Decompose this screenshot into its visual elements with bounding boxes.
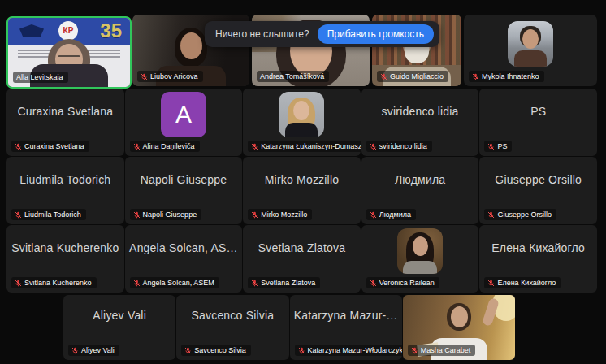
display-name: Svitlana Kucherenko [6,241,124,254]
participant-tile-alla-levitskaia[interactable]: КР 35 Alla Levitskaia [6,16,132,89]
name-label: Елена Кихайогло [484,277,561,288]
muted-mic-icon [298,347,305,354]
glasses [58,55,80,62]
display-name: Svetlana Zlatova [243,241,361,254]
letter-avatar: A [161,92,206,137]
participant-tile-mykola-ihnatenko[interactable]: Mykola Ihnatenko [464,15,597,86]
participant-tile-sviridenco-lidia[interactable]: sviridenco lidia sviridenco lidia [361,89,479,156]
name-label: PS [484,141,512,152]
name-label: Andrea Tomášíková [257,71,329,82]
display-name: sviridenco lidia [361,105,479,118]
participant-tile-masha-carabet[interactable]: Masha Carabet [403,295,515,360]
muted-mic-icon [487,211,495,219]
graduation-cap-icon [19,24,44,37]
muted-mic-icon [15,211,22,219]
name-label: Aliyev Vali [68,344,119,356]
participant-tile-veronica-railean[interactable]: Veronica Railean [361,225,479,292]
participant-tile-alina-danilevica[interactable]: A Alina Daņileviča [125,89,243,156]
muted-mic-icon [370,211,377,219]
muted-mic-icon [487,280,495,287]
display-name: PS [479,105,597,118]
participant-tile-katarzyna-lukaniszyn[interactable]: Katarzyna Łukaniszyn-Domasz… [243,89,361,156]
name-label: Masha Carabet [408,344,476,356]
audio-notification: Ничего не слышите? Прибавить громкость [205,21,439,47]
profile-photo-avatar [397,228,443,274]
muted-mic-icon [141,73,148,80]
participant-tile-angela-solcan[interactable]: Angela Solcan, AS… Angela Solcan, ASEM [125,225,243,292]
muted-mic-icon [487,143,495,150]
name-label: Mykola Ihnatenko [469,71,544,82]
muted-mic-icon [15,280,22,287]
participant-tile-katarzyna-mazur[interactable]: Katarzyna Mazur-… Katarzyna Mazur-Włodar… [290,295,402,360]
participants-bottom-row: Aliyev Vali Aliyev Vali Savcenco Silvia … [63,295,515,360]
profile-photo-avatar [279,92,324,137]
muted-mic-icon [133,143,141,150]
name-label: Guido Migliaccio [377,71,448,82]
name-label: Mirko Mozzillo [248,209,312,220]
muted-mic-icon [251,211,258,219]
participant-tile-aliyev-vali[interactable]: Aliyev Vali Aliyev Vali [63,295,175,360]
participants-grid: Curaxina Svetlana Curaxina Svetlana A Al… [6,89,597,292]
participant-tile-giuseppe-orsillo[interactable]: Giuseppe Orsillo Giuseppe Orsillo [479,157,597,224]
name-label: Katarzyna Łukaniszyn-Domasz… [248,141,361,152]
muted-mic-icon [411,347,418,354]
name-label: Giuseppe Orsillo [484,209,556,220]
name-label: Veronica Railean [366,277,439,288]
participant-tile-elena-kihayoglo[interactable]: Елена Кихайогло Елена Кихайогло [479,225,597,292]
display-name: Curaxina Svetlana [6,105,124,118]
display-name: Liudmila Todorich [6,173,124,186]
name-label: Alina Daņileviča [130,141,200,152]
display-name: Елена Кихайогло [479,241,597,254]
display-name: Mirko Mozzillo [243,173,361,186]
muted-mic-icon [15,143,22,150]
muted-mic-icon [251,143,258,150]
name-label: Napoli Giuseppe [130,209,202,220]
muted-mic-icon [133,280,141,287]
muted-mic-icon [472,73,479,80]
display-name: Katarzyna Mazur-… [290,309,402,322]
muted-mic-icon [370,143,377,150]
name-label: Katarzyna Mazur-Włodarczyk [295,344,402,356]
participant-tile-svitlana-kucherenko[interactable]: Svitlana Kucherenko Svitlana Kucherenko [6,225,124,292]
profile-photo-avatar [508,21,553,67]
participant-tile-mirko-mozzillo[interactable]: Mirko Mozzillo Mirko Mozzillo [243,157,361,224]
increase-volume-button[interactable]: Прибавить громкость [318,24,434,44]
display-name: Angela Solcan, AS… [125,241,243,254]
muted-mic-icon [184,347,192,354]
display-name: Людмила [361,173,479,186]
name-label: Curaxina Svetlana [11,141,89,152]
name-label: Liubov Aricova [137,71,203,82]
muted-mic-icon [71,347,79,354]
participant-tile-liudmila[interactable]: Людмила Людмила [361,157,479,224]
muted-mic-icon [251,280,258,287]
display-name: Aliyev Vali [63,309,175,322]
muted-mic-icon [380,73,387,80]
banner-logo: КР [58,21,78,41]
name-label: Liudmila Todorich [11,209,86,220]
name-label: Svetlana Zlatova [248,277,320,288]
banner-anniversary-number: 35 [100,20,122,42]
participant-tile-svetlana-zlatova[interactable]: Svetlana Zlatova Svetlana Zlatova [243,225,361,292]
name-label: Alla Levitskaia [13,72,68,83]
name-label: Людмила [366,209,416,220]
participant-tile-savcenco-silvia[interactable]: Savcenco Silvia Savcenco Silvia [176,295,288,360]
name-label: Svitlana Kucherenko [11,277,97,288]
participant-tile-ps[interactable]: PS PS [479,89,597,156]
name-label: Angela Solcan, ASEM [130,277,219,288]
notification-text: Ничего не слышите? [215,28,309,40]
display-name: Giuseppe Orsillo [479,173,597,186]
name-label: Savcenco Silvia [181,344,251,356]
participant-tile-liudmila-todorich[interactable]: Liudmila Todorich Liudmila Todorich [6,157,124,224]
display-name: Savcenco Silvia [176,309,288,322]
participant-tile-napoli-giuseppe[interactable]: Napoli Giuseppe Napoli Giuseppe [125,157,243,224]
display-name: Napoli Giuseppe [125,173,243,186]
muted-mic-icon [133,211,141,219]
name-label: sviridenco lidia [366,141,432,152]
participant-tile-curaxina-svetlana[interactable]: Curaxina Svetlana Curaxina Svetlana [6,89,124,156]
muted-mic-icon [370,280,377,287]
